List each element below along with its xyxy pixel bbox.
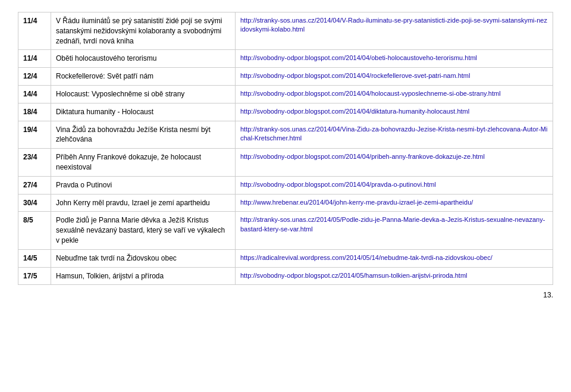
url-cell[interactable]: http://svobodny-odpor.blogspot.com/2014/… xyxy=(236,50,553,68)
url-cell[interactable]: http://svobodny-odpor.blogspot.cz/2014/0… xyxy=(236,267,553,285)
title-cell: John Kerry měl pravdu, Izrael je zemí ap… xyxy=(51,194,236,212)
date-cell: 8/5 xyxy=(18,212,51,249)
date-cell: 19/4 xyxy=(18,121,51,149)
date-cell: 11/4 xyxy=(18,50,51,68)
date-cell: 30/4 xyxy=(18,194,51,212)
table-row: 11/4Oběti holocaustového terorismuhttp:/… xyxy=(18,50,553,68)
date-cell: 27/4 xyxy=(18,176,51,194)
table-row: 14/4Holocaust: Vyposlechněme si obě stra… xyxy=(18,85,553,103)
date-cell: 17/5 xyxy=(18,267,51,285)
title-cell: Pravda o Putinovi xyxy=(51,176,236,194)
date-cell: 11/4 xyxy=(18,12,51,50)
title-cell: Holocaust: Vyposlechněme si obě strany xyxy=(51,85,236,103)
date-cell: 23/4 xyxy=(18,149,51,177)
title-cell: Nebuďme tak tvrdí na Židovskou obec xyxy=(51,249,236,267)
table-row: 8/5Podle židů je Panna Marie děvka a Jež… xyxy=(18,212,553,249)
url-cell[interactable]: http://stranky-sos.unas.cz/2014/05/Podle… xyxy=(236,212,553,249)
table-row: 12/4Rockefellerové: Svět patří námhttp:/… xyxy=(18,68,553,86)
table-row: 18/4Diktatura humanity - Holocausthttp:/… xyxy=(18,103,553,121)
table-row: 27/4Pravda o Putinovihttp://svobodny-odp… xyxy=(18,176,553,194)
url-cell[interactable]: http://stranky-sos.unas.cz/2014/04/Vina-… xyxy=(236,121,553,149)
table-row: 23/4Příběh Anny Frankové dokazuje, že ho… xyxy=(18,149,553,177)
url-cell[interactable]: http://stranky-sos.unas.cz/2014/04/V-Rad… xyxy=(236,12,553,50)
table-row: 17/5Hamsun, Tolkien, árijství a přírodah… xyxy=(18,267,553,285)
url-cell[interactable]: http://svobodny-odpor.blogspot.com/2014/… xyxy=(236,103,553,121)
title-cell: Diktatura humanity - Holocaust xyxy=(51,103,236,121)
title-cell: V Řádu iluminátů se prý satanistití židé… xyxy=(51,12,236,50)
title-cell: Hamsun, Tolkien, árijství a příroda xyxy=(51,267,236,285)
content-table: 11/4V Řádu iluminátů se prý satanistití … xyxy=(18,12,553,285)
date-cell: 18/4 xyxy=(18,103,51,121)
date-cell: 14/5 xyxy=(18,249,51,267)
url-cell[interactable]: http://www.hrebenar.eu/2014/04/john-kerr… xyxy=(236,194,553,212)
title-cell: Rockefellerové: Svět patří nám xyxy=(51,68,236,86)
date-cell: 12/4 xyxy=(18,68,51,86)
url-cell[interactable]: https://radicalrevival.wordpress.com/201… xyxy=(236,249,553,267)
table-row: 19/4Vina Židů za bohovraždu Ježíše Krist… xyxy=(18,121,553,149)
table-row: 11/4V Řádu iluminátů se prý satanistití … xyxy=(18,12,553,50)
table-row: 14/5Nebuďme tak tvrdí na Židovskou obech… xyxy=(18,249,553,267)
title-cell: Podle židů je Panna Marie děvka a Ježíš … xyxy=(51,212,236,249)
table-row: 30/4John Kerry měl pravdu, Izrael je zem… xyxy=(18,194,553,212)
url-cell[interactable]: http://svobodny-odpor.blogspot.com/2014/… xyxy=(236,85,553,103)
title-cell: Vina Židů za bohovraždu Ježíše Krista ne… xyxy=(51,121,236,149)
page-number: 13. xyxy=(18,291,553,299)
url-cell[interactable]: http://svobodny-odpor.blogspot.com/2014/… xyxy=(236,68,553,86)
title-cell: Příběh Anny Frankové dokazuje, že holoca… xyxy=(51,149,236,177)
title-cell: Oběti holocaustového terorismu xyxy=(51,50,236,68)
date-cell: 14/4 xyxy=(18,85,51,103)
url-cell[interactable]: http://svobodny-odpor.blogspot.com/2014/… xyxy=(236,176,553,194)
url-cell[interactable]: http://svobodny-odpor.blogspot.com/2014/… xyxy=(236,149,553,177)
